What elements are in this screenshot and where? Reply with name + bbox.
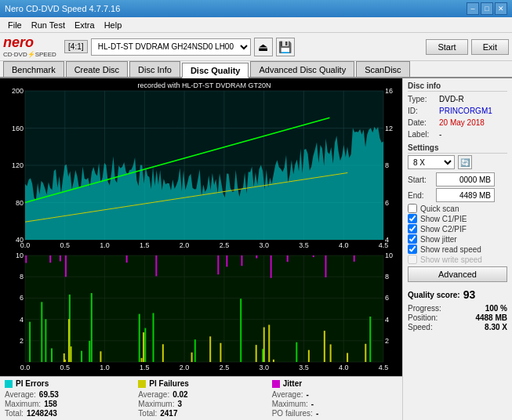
pi-failures-avg-key: Average: xyxy=(138,390,169,399)
label-key: Label: xyxy=(408,129,438,140)
toolbar: nero CD·DVD⚡SPEED [4:1] HL-DT-ST DVDRAM … xyxy=(0,33,512,61)
progress-section: Progress: 100 % Position: 4488 MB Speed:… xyxy=(408,304,507,331)
date-val: 20 May 2018 xyxy=(439,117,485,129)
tab-advanced-disc-quality[interactable]: Advanced Disc Quality xyxy=(250,61,354,77)
jitter-color xyxy=(272,380,280,388)
eject-icon[interactable]: ⏏ xyxy=(254,38,273,56)
close-button[interactable]: ✕ xyxy=(495,2,507,15)
po-failures-val: - xyxy=(316,409,318,418)
advanced-button[interactable]: Advanced xyxy=(408,266,507,282)
show-jitter-label: Show jitter xyxy=(420,235,457,244)
start-input[interactable] xyxy=(436,172,495,186)
pi-failures-max-key: Maximum: xyxy=(138,400,174,408)
tab-disc-quality[interactable]: Disc Quality xyxy=(182,63,249,78)
speed-row: 8 X 🔄 xyxy=(408,155,507,169)
start-button[interactable]: Start xyxy=(426,39,467,55)
save-icon[interactable]: 💾 xyxy=(276,38,295,56)
tab-bar: Benchmark Create Disc Disc Info Disc Qua… xyxy=(0,61,512,78)
exit-button[interactable]: Exit xyxy=(471,39,509,55)
drive-selector[interactable]: HL-DT-ST DVDRAM GH24NSD0 LH00 xyxy=(91,38,251,56)
app-title: Nero CD-DVD Speed 4.7.7.16 xyxy=(5,4,467,13)
nero-logo-text: nero xyxy=(3,35,56,49)
show-c2-label: Show C2/PIF xyxy=(420,225,467,234)
menu-run-test[interactable]: Run Test xyxy=(27,20,70,31)
type-val: DVD-R xyxy=(439,93,464,105)
pi-errors-max-val: 158 xyxy=(44,400,57,408)
quality-score-value: 93 xyxy=(463,288,476,301)
pi-failures-label: PI Failures xyxy=(149,379,189,388)
show-write-speed-row: Show write speed xyxy=(408,255,507,264)
start-row: Start: xyxy=(408,172,507,186)
quick-scan-checkbox[interactable] xyxy=(408,204,417,213)
quick-scan-label: Quick scan xyxy=(420,205,459,213)
end-input[interactable] xyxy=(436,188,495,202)
quick-scan-row: Quick scan xyxy=(408,204,507,213)
disc-info-section: Disc info Type: DVD-R ID: PRINCORGM1 Dat… xyxy=(408,81,507,140)
show-read-speed-label: Show read speed xyxy=(420,245,481,254)
quality-score-label: Quality score: xyxy=(408,291,460,299)
show-c2-checkbox[interactable] xyxy=(408,224,417,234)
show-write-speed-label: Show write speed xyxy=(420,255,482,264)
show-c1-label: Show C1/PIE xyxy=(420,215,467,223)
pi-errors-stats: PI Errors Average: 69.53 Maximum: 158 To… xyxy=(5,379,130,418)
charts-wrapper xyxy=(0,78,402,376)
position-value: 4488 MB xyxy=(475,313,507,322)
tab-scan-disc[interactable]: ScanDisc xyxy=(356,61,409,77)
tab-benchmark[interactable]: Benchmark xyxy=(3,61,64,77)
menu-file[interactable]: File xyxy=(3,20,27,31)
speed-label: Speed: xyxy=(408,323,433,331)
window-controls: – □ ✕ xyxy=(467,2,507,15)
show-jitter-checkbox[interactable] xyxy=(408,234,417,244)
jitter-avg-val: - xyxy=(307,390,309,399)
position-label: Position: xyxy=(408,313,438,322)
pi-failures-max-val: 3 xyxy=(177,400,182,408)
po-failures-key: PO failures: xyxy=(272,409,313,418)
progress-value: 100 % xyxy=(485,304,507,313)
pi-failures-color xyxy=(138,380,146,388)
pi-failures-total-val: 2417 xyxy=(160,409,177,418)
id-val: PRINCORGM1 xyxy=(439,105,492,117)
settings-title: Settings xyxy=(408,143,507,154)
pi-failures-avg-val: 0.02 xyxy=(172,390,187,399)
refresh-icon[interactable]: 🔄 xyxy=(458,155,472,169)
tab-create-disc[interactable]: Create Disc xyxy=(66,61,128,77)
drive-label: [4:1] xyxy=(64,40,88,53)
menubar: File Run Test Extra Help xyxy=(0,17,512,33)
pi-errors-color xyxy=(5,380,13,388)
id-key: ID: xyxy=(408,105,438,117)
pi-errors-label: PI Errors xyxy=(16,379,49,388)
pi-failures-total-key: Total: xyxy=(138,409,157,418)
pi-errors-total-val: 1248243 xyxy=(27,409,57,418)
pi-failures-stats: PI Failures Average: 0.02 Maximum: 3 Tot… xyxy=(138,379,263,418)
jitter-stats: Jitter Average: - Maximum: - PO failures… xyxy=(272,379,398,418)
bottom-stats: PI Errors Average: 69.53 Maximum: 158 To… xyxy=(0,376,402,420)
label-val: - xyxy=(439,129,441,140)
main-content: PI Errors Average: 69.53 Maximum: 158 To… xyxy=(0,78,512,420)
type-key: Type: xyxy=(408,93,438,105)
menu-extra[interactable]: Extra xyxy=(70,20,100,31)
pi-errors-avg-val: 69.53 xyxy=(39,390,59,399)
jitter-max-key: Maximum: xyxy=(272,400,308,408)
jitter-max-val: - xyxy=(311,400,314,408)
pi-errors-max-key: Maximum: xyxy=(5,400,41,408)
chart-section: PI Errors Average: 69.53 Maximum: 158 To… xyxy=(0,78,402,420)
minimize-button[interactable]: – xyxy=(467,2,479,15)
end-label: End: xyxy=(408,191,433,200)
show-read-speed-checkbox[interactable] xyxy=(408,244,417,254)
show-write-speed-checkbox[interactable] xyxy=(408,255,417,264)
pi-errors-avg-key: Average: xyxy=(5,390,36,399)
speed-selector[interactable]: 8 X xyxy=(408,155,455,169)
show-c2-row: Show C2/PIF xyxy=(408,224,507,234)
show-read-speed-row: Show read speed xyxy=(408,244,507,254)
start-label: Start: xyxy=(408,176,433,184)
tab-disc-info[interactable]: Disc Info xyxy=(129,61,180,77)
show-c1-checkbox[interactable] xyxy=(408,214,417,223)
right-panel: Disc info Type: DVD-R ID: PRINCORGM1 Dat… xyxy=(402,78,512,420)
maximize-button[interactable]: □ xyxy=(481,2,493,15)
nero-logo-sub: CD·DVD⚡SPEED xyxy=(3,51,56,58)
titlebar: Nero CD-DVD Speed 4.7.7.16 – □ ✕ xyxy=(0,0,512,17)
date-key: Date: xyxy=(408,117,438,129)
jitter-label: Jitter xyxy=(283,379,302,388)
menu-help[interactable]: Help xyxy=(100,20,127,31)
speed-value: 8.30 X xyxy=(485,323,507,331)
